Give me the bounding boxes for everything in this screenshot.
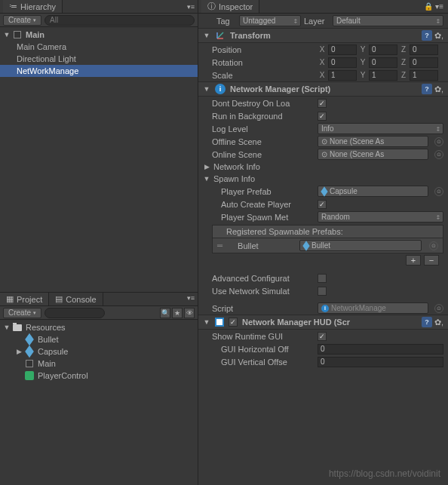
spawnable-prefab-row[interactable]: ═ Bullet Bullet ⊙ [212, 238, 443, 253]
use-sim-checkbox[interactable] [318, 287, 327, 296]
scale-z-input[interactable] [410, 70, 438, 81]
add-prefab-button[interactable]: + [406, 255, 421, 266]
prefab-icon [24, 346, 35, 357]
remove-prefab-button[interactable]: − [424, 255, 439, 266]
scale-x-input[interactable] [328, 70, 357, 81]
dont-destroy-checkbox[interactable]: ✓ [318, 99, 327, 108]
drag-handle-icon[interactable]: ═ [217, 241, 222, 250]
hierarchy-tab[interactable]: ≔ Hierarchy [3, 0, 63, 13]
rotation-y-input[interactable] [369, 57, 397, 68]
panel-menu-icon[interactable]: ▾≡ [187, 3, 195, 11]
inspector-tab-bar: ⓘ Inspector 🔒 ▾≡ [198, 0, 448, 14]
gui-h-offset-input[interactable] [318, 344, 443, 355]
transform-component-header[interactable]: ▼ Transform ? ✿, [198, 28, 448, 43]
console-icon: ▤ [55, 294, 63, 304]
hierarchy-scene-row[interactable]: ▼ Main [0, 29, 198, 41]
script-icon: i [321, 305, 329, 312]
foldout-icon[interactable]: ▼ [203, 318, 210, 326]
object-picker-icon[interactable]: ⊙ [434, 137, 443, 146]
foldout-icon[interactable]: ▶ [15, 348, 23, 355]
position-x-input[interactable] [328, 45, 357, 55]
hud-enable-checkbox[interactable]: ✓ [229, 318, 238, 327]
object-picker-icon[interactable]: ⊙ [429, 241, 438, 250]
foldout-icon[interactable]: ▼ [3, 324, 11, 331]
prefab-icon [321, 186, 327, 196]
hierarchy-tab-bar: ≔ Hierarchy ▾≡ [0, 0, 198, 14]
project-item[interactable]: Main [0, 358, 198, 370]
network-manager-header[interactable]: ▼ i Network Manager (Script) ? ✿, [198, 81, 448, 97]
object-picker-icon[interactable]: ⊙ [434, 187, 443, 196]
gui-v-offset-input[interactable] [318, 357, 443, 367]
object-picker-icon[interactable]: ⊙ [434, 304, 443, 313]
foldout-icon[interactable]: ▼ [203, 175, 210, 183]
favorite-icon[interactable]: ★ [172, 308, 183, 318]
hierarchy-item[interactable]: Main Camera [0, 41, 198, 53]
rotation-z-input[interactable] [410, 57, 438, 68]
project-folder-row[interactable]: ▼ Resources [0, 321, 198, 333]
foldout-icon[interactable]: ▼ [203, 32, 210, 39]
transform-icon [215, 30, 226, 41]
online-scene-field[interactable]: ⊙None (Scene As [318, 149, 428, 160]
help-icon[interactable]: ? [422, 84, 432, 94]
project-tab[interactable]: ▦ Project [0, 293, 49, 305]
tag-dropdown[interactable]: Untagged‡ [239, 15, 301, 26]
gear-icon[interactable]: ✿, [434, 84, 443, 94]
offline-scene-field[interactable]: ⊙None (Scene As [318, 136, 428, 147]
position-row: Position X Y Z [198, 43, 448, 56]
network-hud-header[interactable]: ▼ ✓ Network Manager HUD (Scr ? ✿, [198, 315, 448, 330]
console-tab[interactable]: ▤ Console [49, 293, 103, 305]
show-gui-checkbox[interactable]: ✓ [318, 332, 327, 341]
create-button[interactable]: Create ▾ [3, 308, 41, 318]
project-search-input[interactable] [44, 308, 105, 318]
project-item[interactable]: ▶ Capsule [0, 345, 198, 358]
player-prefab-field[interactable]: Capsule [318, 186, 428, 197]
spawn-info-foldout[interactable]: ▼ Spawn Info [198, 173, 448, 185]
run-bg-checkbox[interactable]: ✓ [318, 112, 327, 121]
unity-scene-icon [12, 29, 23, 40]
tag-layer-row: Tag Untagged‡ Layer Default‡ [198, 14, 448, 28]
scene-name: Main [24, 30, 44, 39]
network-info-foldout[interactable]: ▶ Network Info [198, 161, 448, 173]
foldout-icon[interactable]: ▼ [203, 85, 210, 93]
hierarchy-tree: ▼ Main Main Camera Directional Light Net… [0, 27, 198, 292]
scale-row: Scale X Y Z [198, 69, 448, 81]
position-y-input[interactable] [369, 45, 397, 55]
rotation-x-input[interactable] [328, 57, 357, 68]
gear-icon[interactable]: ✿, [434, 31, 443, 41]
lock-icon[interactable]: 🔒 ▾≡ [424, 2, 445, 11]
foldout-icon[interactable]: ▶ [203, 163, 210, 170]
hierarchy-icon: ≔ [9, 2, 17, 11]
help-icon[interactable]: ? [422, 30, 432, 41]
project-item[interactable]: Bullet [0, 333, 198, 345]
auto-create-checkbox[interactable]: ✓ [318, 200, 327, 209]
project-item[interactable]: PlayerControl [0, 370, 198, 382]
position-z-input[interactable] [410, 45, 438, 55]
inspector-tab[interactable]: ⓘ Inspector [201, 0, 259, 13]
log-level-dropdown[interactable]: Info‡ [318, 123, 443, 134]
hierarchy-item[interactable]: Directional Light [0, 53, 198, 65]
project-tab-bar: ▦ Project ▤ Console ▾≡ [0, 293, 198, 306]
adv-config-checkbox[interactable] [318, 274, 327, 283]
prefab-icon [24, 334, 35, 345]
inspector-icon: ⓘ [207, 1, 216, 12]
project-tree: ▼ Resources Bullet ▶ Capsule Main [0, 320, 198, 485]
unity-scene-icon [24, 358, 35, 369]
foldout-icon[interactable]: ▼ [3, 31, 11, 38]
create-button[interactable]: Create ▾ [3, 15, 41, 26]
object-picker-icon[interactable]: ⊙ [434, 150, 443, 159]
dropdown-arrow-icon: ▾ [33, 17, 36, 23]
layer-dropdown[interactable]: Default‡ [333, 15, 443, 26]
hidden-icon[interactable]: 👁 [184, 308, 195, 318]
help-icon[interactable]: ? [422, 317, 432, 327]
hud-icon [215, 318, 224, 327]
hierarchy-search-input[interactable] [44, 15, 195, 26]
gear-icon[interactable]: ✿, [434, 318, 443, 327]
filter-icon[interactable]: 🔍 [160, 308, 170, 318]
script-icon [24, 370, 35, 381]
prefab-icon [302, 241, 309, 250]
hierarchy-item-selected[interactable]: NetWorkManage [0, 65, 198, 77]
panel-menu-icon[interactable]: ▾≡ [184, 293, 198, 305]
spawn-method-dropdown[interactable]: Random‡ [318, 211, 443, 223]
spawnable-prefab-field[interactable]: Bullet [299, 240, 422, 251]
scale-y-input[interactable] [369, 70, 397, 81]
